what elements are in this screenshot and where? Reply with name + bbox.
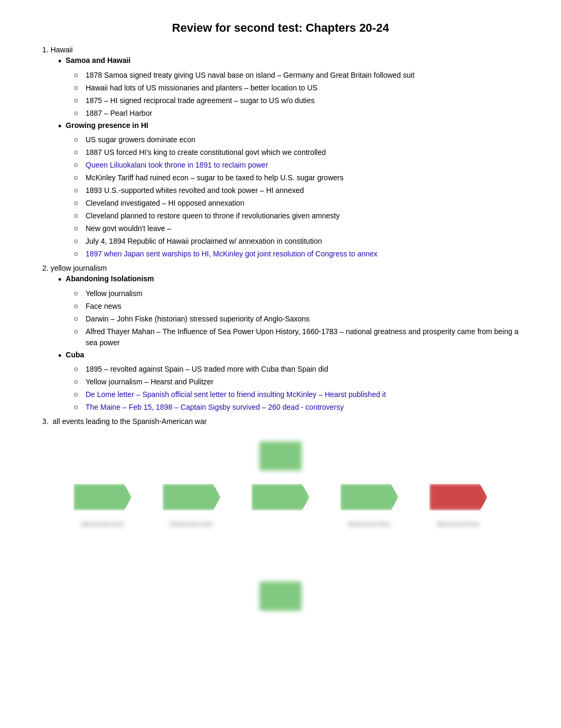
sub-text: 1887 US forced HI's king to create const… xyxy=(86,147,326,158)
list-item: o 1887 – Pearl Harbor xyxy=(74,108,519,119)
sub-marker: o xyxy=(74,95,81,106)
sub-text: July 4, 1894 Republic of Hawaii proclaim… xyxy=(86,236,322,247)
list-item: o Yellow journalism – Hearst and Pulitze… xyxy=(74,376,519,388)
sub-text: Cleveland investigated – HI opposed anne… xyxy=(86,198,244,209)
sub-marker: o xyxy=(74,389,81,400)
sub-marker: o xyxy=(74,147,81,158)
bullet-item: • Growing presence in HI xyxy=(58,121,519,133)
diagram-label-2: blurred text here xyxy=(163,521,221,527)
sub-text-link: The Maine – Feb 15, 1898 – Captain Sigsb… xyxy=(86,402,344,413)
list-item: o The Maine – Feb 15, 1898 – Captain Sig… xyxy=(74,402,519,413)
list-item: o Cleveland planned to restore queen to … xyxy=(74,210,519,222)
bullet-icon: • xyxy=(58,351,61,362)
diagram-box-top xyxy=(259,441,302,471)
diagram-label-3: blurred text here xyxy=(340,521,398,527)
sub-marker: o xyxy=(74,108,81,118)
list-item: 1.Hawaii • Samoa and Hawaii o 1878 Samoa… xyxy=(42,45,519,260)
list-item: o Cleveland investigated – HI opposed an… xyxy=(74,198,519,209)
list-item: o 1887 US forced HI's king to create con… xyxy=(74,147,519,158)
bullet-label: Cuba xyxy=(66,351,84,359)
sub-marker: o xyxy=(74,402,81,412)
diagram-arrow-5 xyxy=(429,484,488,510)
diagram-arrow-2 xyxy=(163,484,221,510)
bullet-icon: • xyxy=(58,274,61,286)
sub-text: Alfred Thayer Mahan – The Influence of S… xyxy=(86,326,519,348)
sub-text-link: 1897 when Japan sent warships to HI, McK… xyxy=(86,248,378,260)
diagram-box-bottom xyxy=(259,582,302,611)
sub-text: Hawaii had lots of US missionaries and p… xyxy=(86,82,317,94)
sub-marker: o xyxy=(74,160,81,170)
sub-marker: o xyxy=(74,326,81,337)
sub-marker: o xyxy=(74,223,81,234)
sub-text: 1875 – HI signed reciprocal trade agreem… xyxy=(86,95,314,106)
sub-marker: o xyxy=(74,364,81,374)
main-list: 1.Hawaii • Samoa and Hawaii o 1878 Samoa… xyxy=(42,45,519,426)
sub-marker: o xyxy=(74,376,81,387)
sub-marker: o xyxy=(74,172,81,183)
bullet-label: Growing presence in HI xyxy=(66,121,148,130)
sub-marker: o xyxy=(74,248,81,259)
sub-list: o 1878 Samoa signed treaty giving US nav… xyxy=(74,70,519,119)
bullet-label: Abandoning Isolationism xyxy=(66,274,154,283)
sub-text: 1895 – revolted against Spain – US trade… xyxy=(86,364,328,375)
bullet-item: • Abandoning Isolationism xyxy=(58,274,519,286)
diagram-label-4: blurred text here xyxy=(429,521,488,527)
sub-marker: o xyxy=(74,236,81,246)
sub-text: McKinley Tariff had ruined econ – sugar … xyxy=(86,172,343,183)
sub-text: Face news xyxy=(86,301,121,312)
list-item: o 1878 Samoa signed treaty giving US nav… xyxy=(74,70,519,81)
sub-text: 1887 – Pearl Harbor xyxy=(86,108,152,119)
diagram-arrow-4 xyxy=(340,484,398,510)
item-label: all events leading to the Spanish-Americ… xyxy=(51,417,207,426)
item-number: 3. xyxy=(42,417,49,426)
item-number: 2. xyxy=(42,264,49,272)
item-label: Hawaii xyxy=(51,45,73,54)
diagram-arrow-3 xyxy=(251,484,310,510)
list-item: o Yellow journalism xyxy=(74,288,519,299)
sub-list: o 1895 – revolted against Spain – US tra… xyxy=(74,364,519,413)
list-item: o 1895 – revolted against Spain – US tra… xyxy=(74,364,519,375)
sub-text: US sugar growers dominate econ xyxy=(86,134,195,145)
sub-text: Darwin – John Fiske (historian) stressed… xyxy=(86,314,310,325)
sub-marker: o xyxy=(74,70,81,80)
diagram-label-1: blurred text here xyxy=(73,521,132,527)
list-item: o US sugar growers dominate econ xyxy=(74,134,519,145)
item-number: 1. xyxy=(42,45,49,54)
sub-text: 1878 Samoa signed treaty giving US naval… xyxy=(86,70,415,81)
sub-marker: o xyxy=(74,82,81,93)
list-item: 3. all events leading to the Spanish-Ame… xyxy=(42,417,519,426)
list-item: o McKinley Tariff had ruined econ – suga… xyxy=(74,172,519,183)
sub-text-link: Queen Liliuokalani took throne in 1891 t… xyxy=(86,160,268,171)
sub-text: Yellow journalism – Hearst and Pulitzer xyxy=(86,376,213,388)
sub-text-link: De Lome letter – Spanish official sent l… xyxy=(86,389,386,400)
sub-marker: o xyxy=(74,314,81,324)
list-item: o New govt wouldn't leave – xyxy=(74,223,519,234)
sub-marker: o xyxy=(74,301,81,311)
list-item: o 1893 U.S.-supported whites revolted an… xyxy=(74,185,519,196)
sub-marker: o xyxy=(74,288,81,299)
bullet-icon: • xyxy=(58,56,61,68)
diagram-arrow-1 xyxy=(73,484,132,510)
item-label: yellow journalism xyxy=(51,264,107,272)
bullet-item: • Cuba xyxy=(58,351,519,362)
bullet-list: • Abandoning Isolationism o Yellow journ… xyxy=(58,274,519,413)
sub-list: o Yellow journalism o Face news o Darwin… xyxy=(74,288,519,348)
sub-marker: o xyxy=(74,185,81,196)
list-item: 2.yellow journalism • Abandoning Isolati… xyxy=(42,264,519,413)
bullet-icon: • xyxy=(58,121,61,133)
diagram-spacer xyxy=(251,521,310,527)
bullet-list: • Samoa and Hawaii o 1878 Samoa signed t… xyxy=(58,56,519,260)
bullet-item: • Samoa and Hawaii xyxy=(58,56,519,68)
list-item: o De Lome letter – Spanish official sent… xyxy=(74,389,519,400)
sub-text: Yellow journalism xyxy=(86,288,143,299)
list-item: o Face news xyxy=(74,301,519,312)
list-item: o Hawaii had lots of US missionaries and… xyxy=(74,82,519,94)
diagram-area: blurred text here blurred text here blur… xyxy=(42,436,519,616)
sub-marker: o xyxy=(74,210,81,221)
sub-text: Cleveland planned to restore queen to th… xyxy=(86,210,340,222)
list-item: o Alfred Thayer Mahan – The Influence of… xyxy=(74,326,519,348)
sub-text: New govt wouldn't leave – xyxy=(86,223,171,234)
sub-marker: o xyxy=(74,198,81,208)
page-title: Review for second test: Chapters 20-24 xyxy=(42,21,519,35)
sub-list: o US sugar growers dominate econ o 1887 … xyxy=(74,134,519,260)
